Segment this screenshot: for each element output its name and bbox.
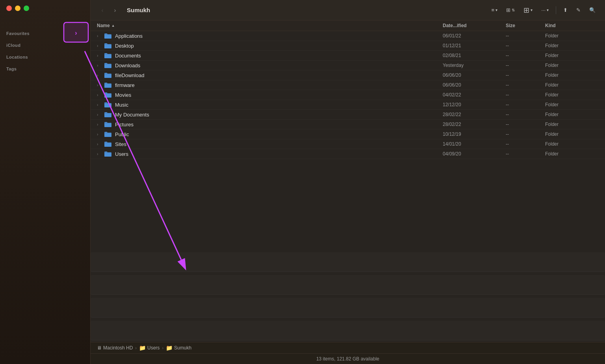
- expand-chevron[interactable]: ›: [97, 54, 101, 58]
- gallery-view-button[interactable]: ⊞ ⇅: [503, 6, 518, 15]
- file-kind: Folder: [545, 82, 592, 88]
- breadcrumb: 🖥 Macintosh HD › 📁 Users › 📁 Sumukh: [91, 342, 605, 354]
- folder-icon: [104, 121, 112, 127]
- table-row[interactable]: › Sites 14/01/20 -- Folder: [91, 139, 605, 149]
- file-kind: Folder: [545, 141, 592, 147]
- sidebar-section-tags: Tags: [0, 64, 90, 73]
- expand-chevron[interactable]: ›: [97, 122, 101, 127]
- table-row[interactable]: › Users 04/09/20 -- Folder: [91, 149, 605, 159]
- expand-chevron[interactable]: ›: [97, 93, 101, 97]
- more-options-button[interactable]: ··· ▾: [538, 6, 552, 15]
- file-name: Pictures: [115, 122, 134, 127]
- file-name-cell: › Pictures: [97, 121, 443, 127]
- expand-chevron[interactable]: ›: [97, 142, 101, 146]
- file-kind: Folder: [545, 63, 592, 68]
- gallery-icon: ⊞: [506, 7, 510, 13]
- file-name-cell: › Movies: [97, 92, 443, 98]
- table-row[interactable]: › firmware 06/06/20 -- Folder: [91, 80, 605, 90]
- folder-icon: [104, 102, 112, 108]
- ellipsis-icon: ···: [541, 7, 546, 13]
- file-date: 28/02/22: [443, 122, 506, 127]
- empty-row-4: [91, 321, 605, 340]
- file-date: 01/12/21: [443, 43, 506, 48]
- col-date[interactable]: Date...ified: [443, 23, 506, 28]
- sumukh-folder-icon: 📁: [166, 345, 173, 351]
- file-name-cell: › fileDownload: [97, 72, 443, 78]
- table-row[interactable]: › Applications 06/01/22 -- Folder: [91, 31, 605, 41]
- breadcrumb-hd[interactable]: 🖥 Macintosh HD: [97, 345, 133, 351]
- expand-chevron[interactable]: ›: [97, 63, 101, 68]
- window-title: Sumukh: [127, 7, 485, 13]
- tag-button[interactable]: ✎: [573, 6, 584, 15]
- empty-area: [91, 251, 605, 342]
- table-row[interactable]: › Documents 02/08/21 -- Folder: [91, 51, 605, 61]
- table-row[interactable]: › Desktop 01/12/21 -- Folder: [91, 41, 605, 51]
- table-row[interactable]: › Movies 04/02/22 -- Folder: [91, 90, 605, 100]
- col-kind[interactable]: Kind: [545, 23, 592, 28]
- folder-icon: [104, 92, 112, 98]
- file-kind: Folder: [545, 33, 592, 39]
- file-list: › Applications 06/01/22 -- Folder ›: [91, 31, 605, 251]
- table-row[interactable]: › Public 10/12/19 -- Folder: [91, 129, 605, 139]
- file-name: Sites: [115, 141, 126, 147]
- file-kind: Folder: [545, 122, 592, 127]
- file-date: 06/01/22: [443, 33, 506, 39]
- share-icon: ⬆: [563, 7, 568, 13]
- file-kind: Folder: [545, 72, 592, 78]
- toolbar-controls: ≡ ▾ ⊞ ⇅ ⊞ ▾ ··· ▾ ⬆: [488, 4, 599, 16]
- table-row[interactable]: › Downloads Yesterday -- Folder: [91, 61, 605, 70]
- expand-chevron[interactable]: ›: [97, 83, 101, 87]
- file-size: --: [506, 33, 545, 39]
- file-name-cell: › My Documents: [97, 111, 443, 118]
- breadcrumb-sumukh[interactable]: 📁 Sumukh: [166, 345, 191, 351]
- folder-icon: [104, 141, 112, 147]
- maximize-button[interactable]: [24, 6, 29, 11]
- file-size: --: [506, 112, 545, 117]
- expand-chevron[interactable]: ›: [97, 152, 101, 156]
- list-view-button[interactable]: ≡ ▾: [488, 6, 501, 15]
- minimize-button[interactable]: [15, 6, 20, 11]
- table-row[interactable]: › fileDownload 06/06/20 -- Folder: [91, 70, 605, 80]
- close-button[interactable]: [6, 6, 12, 11]
- empty-row-2: [91, 275, 605, 295]
- file-name-cell: › Downloads: [97, 62, 443, 68]
- gallery-arrows: ⇅: [512, 8, 515, 12]
- expand-chevron[interactable]: ›: [97, 103, 101, 107]
- sidebar: Favourites iCloud Locations Tags: [0, 0, 91, 364]
- column-header: Name ▲ Date...ified Size Kind: [91, 20, 605, 31]
- file-name: Public: [115, 131, 129, 137]
- col-size[interactable]: Size: [506, 23, 545, 28]
- share-button[interactable]: ⬆: [560, 6, 571, 15]
- file-name: Documents: [115, 53, 141, 59]
- expand-chevron[interactable]: ›: [97, 34, 101, 38]
- file-size: --: [506, 151, 545, 157]
- file-date: 10/12/19: [443, 131, 506, 137]
- folder-icon: [104, 131, 112, 137]
- forward-button[interactable]: ›: [109, 5, 121, 16]
- folder-icon: [104, 62, 112, 68]
- toolbar-divider: [556, 6, 556, 14]
- col-name[interactable]: Name ▲: [97, 23, 443, 28]
- file-name: fileDownload: [115, 72, 144, 78]
- options-chevron: ▾: [531, 8, 533, 12]
- table-row[interactable]: › My Documents 28/02/22 -- Folder: [91, 110, 605, 120]
- file-name: Downloads: [115, 63, 140, 68]
- file-kind: Folder: [545, 43, 592, 48]
- breadcrumb-users[interactable]: 📁 Users: [139, 345, 160, 351]
- file-date: 06/06/20: [443, 72, 506, 78]
- table-row[interactable]: › Music 12/12/20 -- Folder: [91, 100, 605, 110]
- table-row[interactable]: › Pictures 28/02/22 -- Folder: [91, 120, 605, 129]
- status-bar: 🖥 Macintosh HD › 📁 Users › 📁 Sumukh 13 i…: [91, 342, 605, 364]
- file-name: Desktop: [115, 43, 134, 49]
- search-button[interactable]: 🔍: [586, 6, 599, 15]
- expand-chevron[interactable]: ›: [97, 132, 101, 137]
- view-options-button[interactable]: ⊞ ▾: [520, 4, 536, 16]
- file-size: --: [506, 43, 545, 48]
- back-button[interactable]: ‹: [97, 5, 108, 16]
- expand-chevron[interactable]: ›: [97, 73, 101, 78]
- file-name-cell: › Desktop: [97, 42, 443, 49]
- sidebar-section-icloud: iCloud: [0, 41, 90, 49]
- expand-chevron[interactable]: ›: [97, 113, 101, 117]
- expand-chevron[interactable]: ›: [97, 44, 101, 48]
- list-chevron: ▾: [496, 8, 497, 12]
